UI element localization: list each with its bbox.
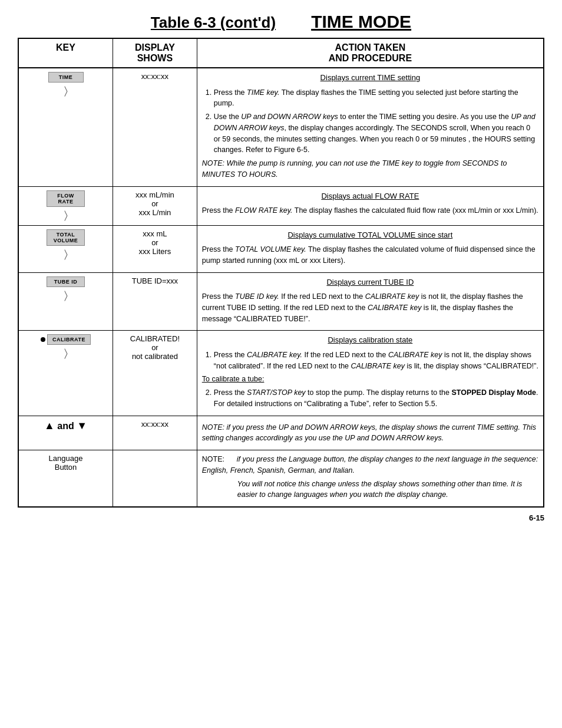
time-button[interactable]: TIME bbox=[48, 72, 84, 83]
action-item-time-2: Use the UP and DOWN ARROW keys to enter … bbox=[214, 111, 538, 156]
note-language-2: You will not notice this change unless t… bbox=[237, 479, 538, 501]
tubeid-button[interactable]: TUBE ID bbox=[47, 276, 85, 287]
time-hand-icon: 〉 bbox=[24, 85, 108, 97]
calibrate-sub-label: To calibrate a tube: bbox=[202, 374, 538, 385]
action-cell-tubeid: Displays current TUBE ID Press the TUBE … bbox=[197, 272, 544, 331]
action-cell-language: NOTE: if you press the Language button, … bbox=[197, 450, 544, 508]
note-arrows: NOTE: if you press the UP and DOWN ARROW… bbox=[202, 422, 538, 444]
and-label: and bbox=[57, 421, 77, 431]
action-para-tubeid: Press the TUBE ID key. If the red LED ne… bbox=[202, 291, 538, 324]
table-row-tubeid: TUBE ID 〉 TUBE ID=xxx Displays current T… bbox=[18, 272, 544, 331]
note-language: NOTE: if you press the Language button, … bbox=[202, 454, 538, 476]
led-dot-icon bbox=[41, 337, 45, 342]
title-left: Table 6-3 (cont'd) bbox=[151, 14, 276, 32]
main-table: KEY DISPLAYSHOWS ACTION TAKENAND PROCEDU… bbox=[18, 38, 544, 508]
table-row-calibrate: CALIBRATE 〉 CALIBRATED!ornot calibrated … bbox=[18, 331, 544, 416]
table-row-totalvolume: TOTALVOLUME 〉 xxx mLorxxx Liters Display… bbox=[18, 225, 544, 272]
display-cell-tubeid: TUBE ID=xxx bbox=[113, 272, 197, 331]
display-cell-flowrate: xxx mL/minorxxx L/min bbox=[113, 186, 197, 225]
key-cell-arrows: ▲ and ▼ bbox=[18, 416, 113, 450]
up-arrow-icon: ▲ bbox=[44, 420, 55, 431]
totalvolume-hand-icon: 〉 bbox=[24, 248, 108, 261]
action-cell-totalvolume: Displays cumulative TOTAL VOLUME since s… bbox=[197, 225, 544, 272]
calibrate-hand-icon: 〉 bbox=[24, 347, 108, 360]
display-cell-totalvolume: xxx mLorxxx Liters bbox=[113, 225, 197, 272]
action-cell-time: Displays current TIME setting Press the … bbox=[197, 68, 544, 186]
key-cell-tubeid: TUBE ID 〉 bbox=[18, 272, 113, 331]
display-cell-language bbox=[113, 450, 197, 508]
table-row-flowrate: FLOWRATE 〉 xxx mL/minorxxx L/min Display… bbox=[18, 186, 544, 225]
page-footer: 6-15 bbox=[18, 513, 544, 522]
page-header: Table 6-3 (cont'd) TIME MODE bbox=[18, 12, 544, 32]
col-header-display: DISPLAYSHOWS bbox=[113, 38, 197, 68]
key-cell-time: TIME 〉 bbox=[18, 68, 113, 186]
display-cell-arrows: xx:xx:xx bbox=[113, 416, 197, 450]
flowrate-hand-icon: 〉 bbox=[24, 209, 108, 222]
tubeid-hand-icon: 〉 bbox=[24, 289, 108, 302]
action-item-calibrate-2: Press the START/STOP key to stop the pum… bbox=[214, 387, 538, 410]
action-para-totalvolume: Press the TOTAL VOLUME key. The display … bbox=[202, 244, 538, 266]
display-cell-time: xx:xx:xx bbox=[113, 68, 197, 186]
calibrate-button[interactable]: CALIBRATE bbox=[47, 334, 91, 345]
page-number: 6-15 bbox=[529, 513, 544, 522]
key-cell-totalvolume: TOTALVOLUME 〉 bbox=[18, 225, 113, 272]
down-arrow-icon: ▼ bbox=[77, 420, 87, 431]
action-title-tubeid: Displays current TUBE ID bbox=[202, 276, 538, 288]
table-row-time: TIME 〉 xx:xx:xx Displays current TIME se… bbox=[18, 68, 544, 186]
action-title-time: Displays current TIME setting bbox=[202, 72, 538, 84]
note-time: NOTE: While the pump is running, you can… bbox=[202, 158, 538, 180]
action-title-calibrate: Displays calibration state bbox=[202, 334, 538, 346]
col-header-key: KEY bbox=[18, 38, 113, 68]
table-row-language: LanguageButton NOTE: if you press the La… bbox=[18, 450, 544, 508]
action-cell-flowrate: Displays actual FLOW RATE Press the FLOW… bbox=[197, 186, 544, 225]
title-right: TIME MODE bbox=[311, 12, 411, 32]
key-cell-flowrate: FLOWRATE 〉 bbox=[18, 186, 113, 225]
action-para-flowrate: Press the FLOW RATE key. The display fla… bbox=[202, 205, 538, 216]
action-cell-arrows: NOTE: if you press the UP and DOWN ARROW… bbox=[197, 416, 544, 450]
action-title-flowrate: Displays actual FLOW RATE bbox=[202, 190, 538, 202]
display-cell-calibrate: CALIBRATED!ornot calibrated bbox=[113, 331, 197, 416]
action-item-time-1: Press the TIME key. The display flashes … bbox=[214, 87, 538, 110]
action-title-totalvolume: Displays cumulative TOTAL VOLUME since s… bbox=[202, 229, 538, 241]
totalvolume-button[interactable]: TOTALVOLUME bbox=[47, 229, 85, 246]
action-item-calibrate-1: Press the CALIBRATE key. If the red LED … bbox=[214, 350, 538, 372]
table-row-arrows: ▲ and ▼ xx:xx:xx NOTE: if you press the … bbox=[18, 416, 544, 450]
key-cell-calibrate: CALIBRATE 〉 bbox=[18, 331, 113, 416]
key-cell-language: LanguageButton bbox=[18, 450, 113, 508]
flowrate-button[interactable]: FLOWRATE bbox=[47, 190, 85, 207]
col-header-action: ACTION TAKENAND PROCEDURE bbox=[197, 38, 544, 68]
action-cell-calibrate: Displays calibration state Press the CAL… bbox=[197, 331, 544, 416]
